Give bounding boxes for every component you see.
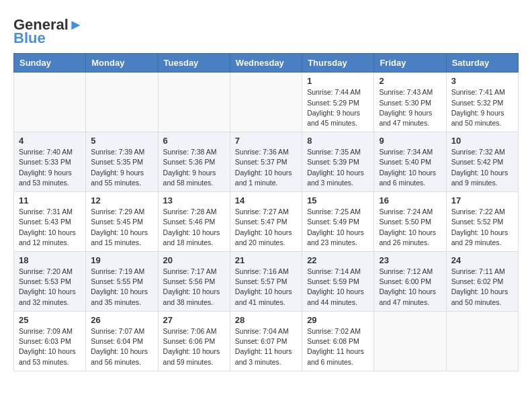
calendar-day-cell: 7Sunrise: 7:36 AM Sunset: 5:37 PM Daylig… [230, 132, 302, 192]
day-info: Sunrise: 7:16 AM Sunset: 5:57 PM Dayligh… [235, 267, 297, 308]
calendar-day-cell [446, 311, 518, 371]
calendar-day-cell: 11Sunrise: 7:31 AM Sunset: 5:43 PM Dayli… [14, 192, 86, 252]
calendar-week-row: 25Sunrise: 7:09 AM Sunset: 6:03 PM Dayli… [14, 311, 519, 371]
weekday-header-cell: Sunday [14, 54, 86, 73]
day-number: 9 [379, 136, 441, 146]
day-info: Sunrise: 7:09 AM Sunset: 6:03 PM Dayligh… [19, 326, 81, 367]
calendar-day-cell: 21Sunrise: 7:16 AM Sunset: 5:57 PM Dayli… [230, 252, 302, 312]
calendar-day-cell [374, 311, 446, 371]
day-number: 11 [19, 195, 81, 205]
day-info: Sunrise: 7:32 AM Sunset: 5:42 PM Dayligh… [451, 147, 513, 188]
calendar-week-row: 4Sunrise: 7:40 AM Sunset: 5:33 PM Daylig… [14, 132, 519, 192]
day-info: Sunrise: 7:44 AM Sunset: 5:29 PM Dayligh… [307, 87, 369, 128]
calendar-day-cell: 17Sunrise: 7:22 AM Sunset: 5:52 PM Dayli… [446, 192, 518, 252]
calendar-day-cell: 5Sunrise: 7:39 AM Sunset: 5:35 PM Daylig… [86, 132, 158, 192]
day-number: 5 [91, 136, 152, 146]
day-info: Sunrise: 7:41 AM Sunset: 5:32 PM Dayligh… [451, 87, 513, 128]
day-number: 20 [163, 255, 225, 265]
day-number: 26 [91, 315, 152, 325]
calendar-day-cell: 10Sunrise: 7:32 AM Sunset: 5:42 PM Dayli… [446, 132, 518, 192]
calendar-table: SundayMondayTuesdayWednesdayThursdayFrid… [13, 53, 519, 371]
day-info: Sunrise: 7:02 AM Sunset: 6:08 PM Dayligh… [307, 326, 369, 367]
header: General► Blue [13, 13, 519, 46]
calendar-week-row: 1Sunrise: 7:44 AM Sunset: 5:29 PM Daylig… [14, 73, 519, 132]
day-info: Sunrise: 7:20 AM Sunset: 5:53 PM Dayligh… [19, 267, 81, 308]
calendar-day-cell: 4Sunrise: 7:40 AM Sunset: 5:33 PM Daylig… [14, 132, 86, 192]
day-info: Sunrise: 7:29 AM Sunset: 5:45 PM Dayligh… [91, 207, 152, 248]
calendar-day-cell: 27Sunrise: 7:06 AM Sunset: 6:06 PM Dayli… [158, 311, 230, 371]
day-number: 16 [379, 195, 441, 205]
calendar-day-cell [14, 73, 86, 132]
day-info: Sunrise: 7:07 AM Sunset: 6:04 PM Dayligh… [91, 326, 152, 367]
calendar-day-cell [86, 73, 158, 132]
weekday-header-cell: Friday [374, 54, 446, 73]
day-number: 6 [163, 136, 225, 146]
calendar-day-cell: 22Sunrise: 7:14 AM Sunset: 5:59 PM Dayli… [302, 252, 374, 312]
weekday-header-cell: Thursday [302, 54, 374, 73]
day-info: Sunrise: 7:36 AM Sunset: 5:37 PM Dayligh… [235, 147, 297, 188]
calendar-day-cell: 12Sunrise: 7:29 AM Sunset: 5:45 PM Dayli… [86, 192, 158, 252]
calendar-day-cell: 2Sunrise: 7:43 AM Sunset: 5:30 PM Daylig… [374, 73, 446, 132]
day-info: Sunrise: 7:11 AM Sunset: 6:02 PM Dayligh… [451, 267, 513, 308]
calendar-day-cell: 23Sunrise: 7:12 AM Sunset: 6:00 PM Dayli… [374, 252, 446, 312]
day-number: 19 [91, 255, 152, 265]
calendar-day-cell: 9Sunrise: 7:34 AM Sunset: 5:40 PM Daylig… [374, 132, 446, 192]
day-info: Sunrise: 7:43 AM Sunset: 5:30 PM Dayligh… [379, 87, 441, 128]
day-number: 27 [163, 315, 225, 325]
day-info: Sunrise: 7:06 AM Sunset: 6:06 PM Dayligh… [163, 326, 225, 367]
calendar-day-cell: 16Sunrise: 7:24 AM Sunset: 5:50 PM Dayli… [374, 192, 446, 252]
day-number: 29 [307, 315, 369, 325]
calendar-day-cell: 24Sunrise: 7:11 AM Sunset: 6:02 PM Dayli… [446, 252, 518, 312]
day-info: Sunrise: 7:27 AM Sunset: 5:47 PM Dayligh… [235, 207, 297, 248]
day-number: 3 [451, 76, 513, 86]
calendar-day-cell: 28Sunrise: 7:04 AM Sunset: 6:07 PM Dayli… [230, 311, 302, 371]
calendar-day-cell [230, 73, 302, 132]
day-info: Sunrise: 7:28 AM Sunset: 5:46 PM Dayligh… [163, 207, 225, 248]
day-number: 12 [91, 195, 152, 205]
calendar-day-cell: 8Sunrise: 7:35 AM Sunset: 5:39 PM Daylig… [302, 132, 374, 192]
day-info: Sunrise: 7:34 AM Sunset: 5:40 PM Dayligh… [379, 147, 441, 188]
day-info: Sunrise: 7:38 AM Sunset: 5:36 PM Dayligh… [163, 147, 225, 188]
weekday-header-cell: Saturday [446, 54, 518, 73]
calendar-day-cell: 13Sunrise: 7:28 AM Sunset: 5:46 PM Dayli… [158, 192, 230, 252]
day-number: 1 [307, 76, 369, 86]
day-info: Sunrise: 7:35 AM Sunset: 5:39 PM Dayligh… [307, 147, 369, 188]
day-number: 10 [451, 136, 513, 146]
day-info: Sunrise: 7:31 AM Sunset: 5:43 PM Dayligh… [19, 207, 81, 248]
day-number: 13 [163, 195, 225, 205]
day-number: 18 [19, 255, 81, 265]
day-info: Sunrise: 7:04 AM Sunset: 6:07 PM Dayligh… [235, 326, 297, 367]
calendar-week-row: 18Sunrise: 7:20 AM Sunset: 5:53 PM Dayli… [14, 252, 519, 312]
calendar-day-cell: 29Sunrise: 7:02 AM Sunset: 6:08 PM Dayli… [302, 311, 374, 371]
calendar-body: 1Sunrise: 7:44 AM Sunset: 5:29 PM Daylig… [14, 73, 519, 371]
calendar-week-row: 11Sunrise: 7:31 AM Sunset: 5:43 PM Dayli… [14, 192, 519, 252]
day-info: Sunrise: 7:40 AM Sunset: 5:33 PM Dayligh… [19, 147, 81, 188]
calendar-day-cell: 18Sunrise: 7:20 AM Sunset: 5:53 PM Dayli… [14, 252, 86, 312]
day-info: Sunrise: 7:17 AM Sunset: 5:56 PM Dayligh… [163, 267, 225, 308]
day-number: 4 [19, 136, 81, 146]
calendar-day-cell: 20Sunrise: 7:17 AM Sunset: 5:56 PM Dayli… [158, 252, 230, 312]
day-info: Sunrise: 7:22 AM Sunset: 5:52 PM Dayligh… [451, 207, 513, 248]
day-number: 25 [19, 315, 81, 325]
day-info: Sunrise: 7:19 AM Sunset: 5:55 PM Dayligh… [91, 267, 152, 308]
calendar-day-cell: 15Sunrise: 7:25 AM Sunset: 5:49 PM Dayli… [302, 192, 374, 252]
day-number: 22 [307, 255, 369, 265]
calendar-day-cell: 3Sunrise: 7:41 AM Sunset: 5:32 PM Daylig… [446, 73, 518, 132]
day-number: 24 [451, 255, 513, 265]
calendar-day-cell: 25Sunrise: 7:09 AM Sunset: 6:03 PM Dayli… [14, 311, 86, 371]
day-number: 14 [235, 195, 297, 205]
calendar-day-cell: 14Sunrise: 7:27 AM Sunset: 5:47 PM Dayli… [230, 192, 302, 252]
calendar-day-cell: 19Sunrise: 7:19 AM Sunset: 5:55 PM Dayli… [86, 252, 158, 312]
day-info: Sunrise: 7:14 AM Sunset: 5:59 PM Dayligh… [307, 267, 369, 308]
day-info: Sunrise: 7:12 AM Sunset: 6:00 PM Dayligh… [379, 267, 441, 308]
calendar-day-cell [158, 73, 230, 132]
weekday-header-cell: Tuesday [158, 54, 230, 73]
day-info: Sunrise: 7:24 AM Sunset: 5:50 PM Dayligh… [379, 207, 441, 248]
day-number: 21 [235, 255, 297, 265]
day-number: 28 [235, 315, 297, 325]
day-number: 17 [451, 195, 513, 205]
calendar-day-cell: 1Sunrise: 7:44 AM Sunset: 5:29 PM Daylig… [302, 73, 374, 132]
day-info: Sunrise: 7:25 AM Sunset: 5:49 PM Dayligh… [307, 207, 369, 248]
weekday-header-cell: Monday [86, 54, 158, 73]
day-info: Sunrise: 7:39 AM Sunset: 5:35 PM Dayligh… [91, 147, 152, 188]
